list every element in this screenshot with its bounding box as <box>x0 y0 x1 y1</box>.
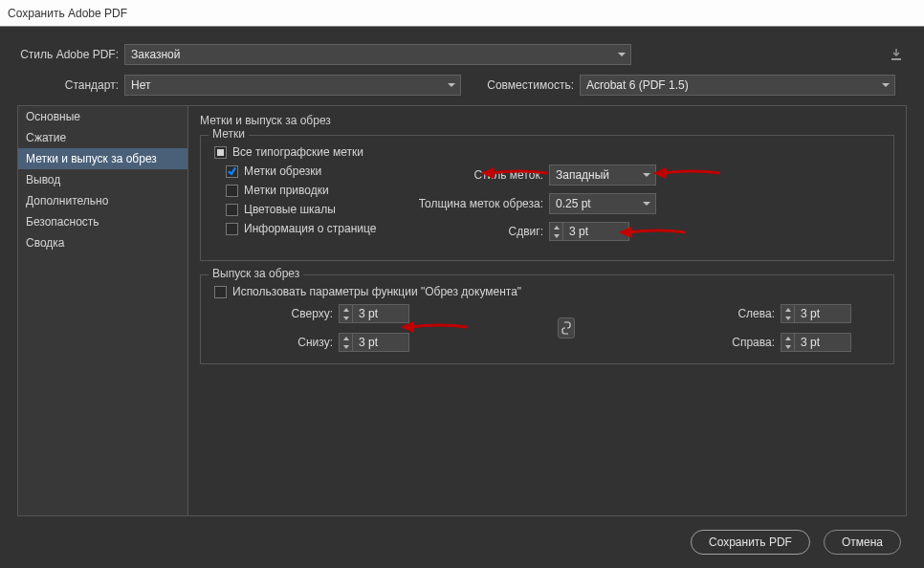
bleed-right-row: Справа: 3 pt <box>723 333 851 352</box>
bleed-bottom-input[interactable]: 3 pt <box>339 333 409 352</box>
page-title: Метки и выпуск за обрез <box>200 114 894 127</box>
content-area: Основные Сжатие Метки и выпуск за обрез … <box>17 105 907 516</box>
reg-marks-row: Метки приводки <box>226 184 415 197</box>
chevron-up-icon <box>340 334 352 342</box>
bleed-right-value: 3 pt <box>795 336 850 349</box>
titlebar: Сохранить Adobe PDF <box>0 0 924 27</box>
bleed-left-label: Слева: <box>723 307 781 320</box>
weight-value: 0.25 pt <box>556 197 591 210</box>
chevron-down-icon <box>643 171 650 179</box>
offset-label: Сдвиг: <box>415 225 549 238</box>
chevron-down-icon <box>550 231 562 240</box>
style-row: Стиль Adobe PDF: Заказной <box>17 44 907 65</box>
page-info-label: Информация о странице <box>244 222 376 235</box>
weight-select[interactable]: 0.25 pt <box>549 193 656 214</box>
crop-marks-checkbox[interactable] <box>226 165 238 178</box>
style-label: Стиль Adobe PDF: <box>17 48 124 61</box>
page-info-checkbox[interactable] <box>226 223 238 235</box>
standard-select[interactable]: Нет <box>124 75 461 96</box>
bleed-right-input[interactable]: 3 pt <box>781 333 851 352</box>
nav-item-marks-bleed[interactable]: Метки и выпуск за обрез <box>18 148 187 169</box>
standard-row: Стандарт: Нет Совместимость: Acrobat 6 (… <box>17 75 907 96</box>
compat-select[interactable]: Acrobat 6 (PDF 1.5) <box>580 75 895 96</box>
chevron-down-icon <box>781 314 794 322</box>
bleed-col-right: Слева: 3 pt Справа: <box>723 304 851 352</box>
use-doc-bleed-row: Использовать параметры функции "Обрез до… <box>214 285 880 298</box>
cancel-button[interactable]: Отмена <box>824 530 901 555</box>
chevron-down-icon <box>781 342 794 351</box>
weight-label: Толщина меток обреза: <box>415 197 549 210</box>
crop-marks-label: Метки обрезки <box>244 164 321 178</box>
offset-stepper[interactable] <box>550 223 563 240</box>
bleed-left-input[interactable]: 3 pt <box>781 304 851 323</box>
style-select[interactable]: Заказной <box>124 44 631 65</box>
bleed-col-left: Сверху: 3 pt Снизу: <box>281 304 409 352</box>
standard-label: Стандарт: <box>17 78 124 92</box>
reg-marks-label: Метки приводки <box>244 184 329 197</box>
mark-style-row: Стиль меток: Западный <box>415 164 880 186</box>
nav-item-advanced[interactable]: Дополнительно <box>18 190 187 211</box>
chevron-up-icon <box>781 334 794 342</box>
chevron-down-icon <box>340 314 352 322</box>
mark-style-label: Стиль меток: <box>415 168 549 182</box>
nav-item-compression[interactable]: Сжатие <box>18 127 187 148</box>
marks-grid: Метки обрезки Метки приводки Цветовые шк… <box>214 164 880 249</box>
bleed-top-label: Сверху: <box>281 307 339 320</box>
compat-label: Совместимость: <box>461 78 580 92</box>
marks-legend: Метки <box>209 127 249 141</box>
nav-item-summary[interactable]: Сводка <box>18 232 187 253</box>
page-info-row: Информация о странице <box>226 222 415 235</box>
crop-marks-row: Метки обрезки <box>226 164 415 178</box>
dialog-footer: Сохранить PDF Отмена <box>691 530 901 555</box>
dialog-title: Сохранить Adobe PDF <box>8 7 127 20</box>
color-bars-checkbox[interactable] <box>226 204 238 216</box>
download-icon <box>889 47 904 62</box>
color-bars-label: Цветовые шкалы <box>244 203 336 216</box>
save-pdf-button[interactable]: Сохранить PDF <box>691 530 810 555</box>
mark-style-select[interactable]: Западный <box>549 164 656 186</box>
bleed-top-input[interactable]: 3 pt <box>339 304 409 323</box>
link-icon <box>561 321 571 335</box>
bleed-fieldset: Выпуск за обрез Использовать параметры ф… <box>200 274 894 364</box>
nav-sidebar: Основные Сжатие Метки и выпуск за обрез … <box>18 106 188 515</box>
chevron-down-icon <box>643 200 650 208</box>
bleed-top-value: 3 pt <box>353 307 408 320</box>
bleed-top-row: Сверху: 3 pt <box>281 304 409 323</box>
nav-item-security[interactable]: Безопасность <box>18 211 187 232</box>
all-marks-row: Все типографские метки <box>214 145 880 159</box>
compat-select-value: Acrobat 6 (PDF 1.5) <box>586 78 689 92</box>
bleed-left-row: Слева: 3 pt <box>723 304 851 323</box>
chevron-up-icon <box>340 305 352 314</box>
reg-marks-checkbox[interactable] <box>226 185 238 197</box>
bleed-right-label: Справа: <box>723 336 781 349</box>
bleed-bottom-value: 3 pt <box>353 336 408 349</box>
save-preset-icon-button[interactable] <box>886 44 907 65</box>
chevron-up-icon <box>550 223 562 231</box>
chevron-down-icon <box>882 81 890 89</box>
bleed-left-stepper[interactable] <box>781 305 795 322</box>
offset-row: Сдвиг: 3 pt <box>415 222 880 241</box>
nav-item-general[interactable]: Основные <box>18 106 187 127</box>
color-bars-row: Цветовые шкалы <box>226 203 415 216</box>
dialog-body: Стиль Adobe PDF: Заказной Стандарт: Нет <box>0 27 924 568</box>
all-marks-checkbox[interactable] <box>214 146 227 159</box>
marks-right-col: Стиль меток: Западный Толщина меток обре… <box>415 164 880 249</box>
link-bleed-icon-button[interactable] <box>558 317 575 339</box>
chevron-up-icon <box>781 305 794 314</box>
bleed-bottom-stepper[interactable] <box>340 334 353 351</box>
bleed-right-stepper[interactable] <box>781 334 795 351</box>
use-doc-bleed-label: Использовать параметры функции "Обрез до… <box>232 285 521 298</box>
bleed-left-value: 3 pt <box>795 307 850 320</box>
weight-row: Толщина меток обреза: 0.25 pt <box>415 193 880 214</box>
bleed-top-stepper[interactable] <box>340 305 353 322</box>
use-doc-bleed-checkbox[interactable] <box>214 286 227 298</box>
chevron-down-icon <box>618 51 626 58</box>
offset-value: 3 pt <box>563 225 628 238</box>
chevron-down-icon <box>448 81 455 89</box>
main-panel: Метки и выпуск за обрез Метки Все типогр… <box>188 106 906 515</box>
dialog-window: Сохранить Adobe PDF Стиль Adobe PDF: Зак… <box>0 0 924 568</box>
offset-input[interactable]: 3 pt <box>549 222 629 241</box>
standard-select-value: Нет <box>131 78 150 92</box>
nav-item-output[interactable]: Вывод <box>18 169 187 190</box>
style-select-value: Заказной <box>131 48 180 61</box>
